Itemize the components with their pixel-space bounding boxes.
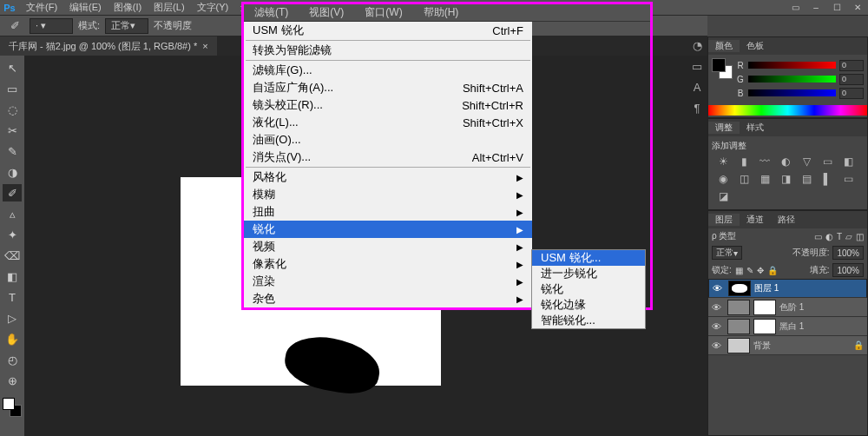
adj-levels-icon[interactable]: ▮ [736,155,752,168]
menu-item-vanishing-point[interactable]: 消失点(V)...Alt+Ctrl+V [244,149,532,166]
tool-stamp[interactable]: ▵ [3,205,22,222]
submenu-item-sharpen-edges[interactable]: 锐化边缘 [532,297,645,313]
document-tab[interactable]: 千库网 - 猫2.jpg @ 100% (图层 1, RGB/8#) * × [0,36,217,56]
r-slider[interactable] [748,62,836,69]
visibility-icon[interactable]: 👁 [712,302,724,313]
menu-item-adaptive-wide[interactable]: 自适应广角(A)...Shift+Ctrl+A [244,79,532,96]
layer-filter-icon[interactable]: ◐ [825,232,833,241]
layer-name[interactable]: 图层 1 [754,282,779,294]
collapsed-panel-icon[interactable]: A [687,78,707,96]
adj-hue-icon[interactable]: ▭ [819,155,835,168]
tool-lasso[interactable]: ◌ [3,101,22,118]
lock-all-icon[interactable]: 🔒 [767,266,778,275]
tool-rotate[interactable]: ◴ [3,351,22,368]
tool-eyedropper[interactable]: ✎ [3,142,22,160]
b-slider[interactable] [748,89,836,96]
document-tab-close-icon[interactable]: × [202,41,207,51]
menu-window[interactable]: 窗口(W) [354,5,412,20]
menu-view[interactable]: 视图(V) [299,5,354,20]
adj-posterize-icon[interactable]: ▤ [799,173,814,185]
menu-item-liquify[interactable]: 液化(L)...Shift+Ctrl+X [244,114,532,131]
layer-filter-icon[interactable]: ▭ [814,232,822,241]
adj-channel-mixer-icon[interactable]: ◫ [736,173,752,185]
menu-item-render[interactable]: 渲染▶ [244,273,532,290]
submenu-item-sharpen-more[interactable]: 进一步锐化 [532,266,645,281]
fill-value[interactable]: 100% [832,263,864,277]
layer-name[interactable]: 色阶 1 [779,301,804,314]
lock-pos-icon[interactable]: ✥ [757,266,764,275]
tool-type[interactable]: T [3,288,22,306]
menu-item-blur[interactable]: 模糊▶ [244,186,532,203]
lock-trans-icon[interactable]: ▦ [735,266,743,275]
adj-invert-icon[interactable]: ◨ [778,173,793,185]
layer-row[interactable]: 👁 背景 🔒 [708,336,867,355]
tool-eraser[interactable]: ⌫ [3,247,22,264]
tool-path[interactable]: ▷ [3,309,22,327]
tool-heal[interactable]: ◑ [3,163,22,181]
blend-mode-select[interactable]: 正常 ▾ [712,246,742,260]
menu-layer[interactable]: 图层(L) [148,1,189,14]
menu-item-smart-filter[interactable]: 转换为智能滤镜 [244,42,532,59]
menu-item-stylize[interactable]: 风格化▶ [244,168,532,186]
g-slider[interactable] [748,76,836,83]
layer-mask-thumb[interactable] [753,319,776,334]
brush-size-select[interactable]: · ▾ [30,18,73,34]
collapsed-panel-icon[interactable]: ¶ [687,99,707,116]
opacity-value[interactable]: 100% [832,246,864,260]
layer-row[interactable]: 👁 黑白 1 [708,317,867,336]
tab-layers[interactable]: 图层 [708,214,740,226]
visibility-icon[interactable]: 👁 [712,340,724,351]
layer-thumb[interactable] [727,319,750,334]
tab-paths[interactable]: 路径 [771,214,802,226]
tool-crop[interactable]: ✂ [3,122,22,139]
window-extra-icon[interactable]: ▭ [785,1,806,15]
menu-item-lens-correction[interactable]: 镜头校正(R)...Shift+Ctrl+R [244,96,532,114]
layer-filter-icon[interactable]: T [837,232,842,241]
window-maximize-icon[interactable]: ☐ [826,1,847,15]
visibility-icon[interactable]: 👁 [712,321,724,332]
layer-row[interactable]: 👁 图层 1 [708,279,867,298]
layer-row[interactable]: 👁 色阶 1 [708,298,867,317]
collapsed-panel-icon[interactable]: ◔ [687,36,707,54]
adj-curves-icon[interactable]: 〰 [757,155,773,168]
layer-name[interactable]: 背景 [753,340,771,352]
menu-image[interactable]: 图像(I) [108,1,147,14]
foreground-background-swatch[interactable] [3,398,22,417]
layer-thumb[interactable] [727,300,750,315]
adj-exposure-icon[interactable]: ◐ [778,155,793,168]
menu-file[interactable]: 文件(F) [21,1,62,14]
adj-threshold-icon[interactable]: ▌ [819,173,835,185]
tab-styles[interactable]: 样式 [740,122,771,134]
menu-item-noise[interactable]: 杂色▶ [244,290,532,307]
menu-item-filter-gallery[interactable]: 滤镜库(G)... [244,62,532,79]
tool-brush[interactable]: ✐ [3,184,22,201]
tool-marquee[interactable]: ▭ [3,80,22,97]
tool-preset-icon[interactable]: ✐ [5,17,24,35]
g-value[interactable]: 0 [839,74,864,85]
tab-adjustments[interactable]: 调整 [708,122,740,134]
layer-thumb[interactable] [727,338,750,353]
menu-item-sharpen[interactable]: 锐化▶ [244,221,532,238]
tab-color[interactable]: 颜色 [708,40,740,52]
adj-bw-icon[interactable]: ◧ [840,155,856,168]
layer-mask-thumb[interactable] [753,300,776,315]
menu-item-last-filter[interactable]: USM 锐化Ctrl+F [244,22,532,39]
tool-zoom[interactable]: ⊕ [3,372,22,389]
tool-gradient[interactable]: ◧ [3,268,22,285]
tool-history-brush[interactable]: ✦ [3,226,22,243]
tab-channels[interactable]: 通道 [740,214,771,226]
submenu-item-usm-sharpen[interactable]: USM 锐化... [532,250,645,266]
menu-edit[interactable]: 编辑(E) [64,1,107,14]
menu-item-video[interactable]: 视频▶ [244,238,532,255]
mode-select[interactable]: 正常 ▾ [105,18,148,34]
layer-filter-icon[interactable]: ▱ [845,232,852,241]
menu-filter[interactable]: 滤镜(T) [244,5,299,20]
menu-item-pixelate[interactable]: 像素化▶ [244,255,532,273]
tool-move[interactable]: ↖ [3,59,22,76]
layer-filter-icon[interactable]: ◫ [856,232,864,241]
adj-vibrance-icon[interactable]: ▽ [799,155,814,168]
window-minimize-icon[interactable]: – [806,1,826,15]
lock-paint-icon[interactable]: ✎ [746,266,753,275]
b-value[interactable]: 0 [839,88,864,99]
fg-swatch[interactable] [712,58,726,72]
